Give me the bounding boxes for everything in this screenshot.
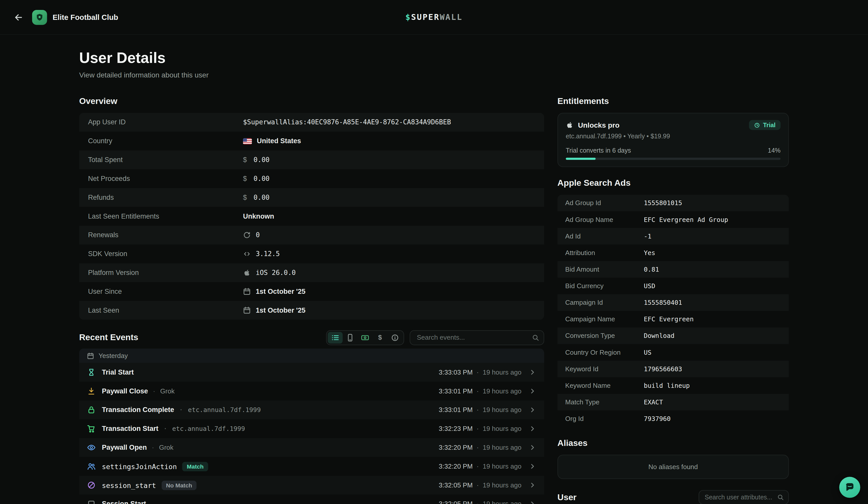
user-details-page: Elite Football Club $SUPERWALL User Deta… xyxy=(0,0,868,504)
chevron-right-icon xyxy=(529,425,536,432)
recent-events-heading: Recent Events xyxy=(79,333,138,343)
calendar-icon xyxy=(87,352,94,359)
filter-revenue-events-button[interactable]: $ xyxy=(373,332,388,343)
aliases-heading: Aliases xyxy=(557,438,789,448)
filter-device-events-button[interactable] xyxy=(343,332,358,343)
chevron-right-icon xyxy=(529,462,536,470)
back-button[interactable] xyxy=(11,10,25,24)
search-icon xyxy=(777,494,784,501)
search-icon xyxy=(532,334,539,341)
recent-events-header: Recent Events xyxy=(79,330,544,345)
event-row-trial-start[interactable]: Trial Start 3:33:03 PM 19 hours ago xyxy=(79,363,544,382)
events-group-header: Yesterday xyxy=(79,349,544,363)
banknote-icon xyxy=(361,333,369,342)
event-row-session-start-custom[interactable]: session_start No Match 3:32:05 PM 19 hou… xyxy=(79,476,544,495)
aliases-empty-card: No aliases found xyxy=(557,454,789,479)
club-crest-icon xyxy=(32,10,47,25)
match-badge: Match xyxy=(182,462,208,471)
overview-row-platform-version: Platform Version iOS 26.0.0 xyxy=(79,263,544,282)
chat-bubble-icon xyxy=(844,482,855,493)
trial-percent: 14% xyxy=(768,147,781,154)
circle-slash-icon xyxy=(87,481,96,490)
overview-section: Overview App User ID $SuperwallAlias:40E… xyxy=(79,96,544,504)
users-icon xyxy=(87,462,96,471)
entitlement-name: Unlocks pro xyxy=(578,121,619,129)
event-row-settings-join-action[interactable]: settingsJoinAction Match 3:32:20 PM 19 h… xyxy=(79,457,544,476)
cart-icon xyxy=(87,424,96,433)
chevron-right-icon xyxy=(529,387,536,395)
ads-table-row: Keyword Id 1796566603 xyxy=(557,360,789,377)
user-heading: User xyxy=(557,492,577,502)
calendar-icon xyxy=(243,306,251,314)
no-aliases-text: No aliases found xyxy=(649,463,698,471)
filter-all-events-button[interactable] xyxy=(328,332,343,343)
overview-heading: Overview xyxy=(79,96,544,106)
entitlement-card: Unlocks pro Trial etc.annual.7df.1999 • … xyxy=(557,113,789,167)
apple-icon xyxy=(243,269,251,276)
trial-converts-text: Trial converts in 6 days xyxy=(566,147,631,154)
app-breadcrumb: Elite Football Club xyxy=(32,10,118,25)
ads-table-row: Conversion Type Download xyxy=(557,327,789,344)
arrow-left-icon xyxy=(13,12,23,22)
overview-row-total-spent: Total Spent $0.00 xyxy=(79,150,544,169)
no-match-badge: No Match xyxy=(162,480,197,490)
dollar-icon: $ xyxy=(378,334,382,341)
overview-row-country: Country United States xyxy=(79,132,544,150)
ads-table-row: Match Type EXACT xyxy=(557,394,789,410)
apple-search-ads-heading: Apple Search Ads xyxy=(557,178,789,188)
overview-row-user-since: User Since 1st October '25 xyxy=(79,282,544,301)
ads-table-row: Campaign Name EFC Evergreen xyxy=(557,311,789,327)
ads-table-row: Bid Amount 0.81 xyxy=(557,261,789,278)
events-search-input[interactable] xyxy=(410,330,544,345)
page-subtitle: View detailed information about this use… xyxy=(79,71,789,79)
logo-dollar: $ xyxy=(405,13,411,22)
list-icon xyxy=(331,333,339,342)
overview-row-app-user-id: App User ID $SuperwallAlias:40EC9876-A85… xyxy=(79,113,544,132)
overview-row-net-proceeds: Net Proceeds $0.00 xyxy=(79,169,544,188)
apple-search-ads-table: Ad Group Id 1555801015 Ad Group Name EFC… xyxy=(557,195,789,427)
chevron-right-icon xyxy=(529,444,536,451)
user-attributes-search-input[interactable] xyxy=(699,490,789,504)
event-row-transaction-complete[interactable]: Transaction Complete etc.annual.7df.1999… xyxy=(79,401,544,419)
dollar-icon: $ xyxy=(243,175,249,182)
main-content: User Details View detailed information a… xyxy=(79,35,789,504)
chat-widget-button[interactable] xyxy=(839,477,860,497)
overview-row-last-seen: Last Seen 1st October '25 xyxy=(79,301,544,320)
event-row-paywall-open[interactable]: Paywall Open Grok 3:32:20 PM 19 hours ag… xyxy=(79,438,544,457)
overview-table: App User ID $SuperwallAlias:40EC9876-A85… xyxy=(79,113,544,320)
overview-row-refunds: Refunds $0.00 xyxy=(79,188,544,207)
ads-table-row: Attribution Yes xyxy=(557,245,789,261)
lock-icon xyxy=(87,406,96,414)
event-filter-toolbar: $ xyxy=(326,330,404,345)
trial-badge: Trial xyxy=(749,120,781,130)
trial-progress-bar xyxy=(566,158,781,160)
ads-table-row: Ad Id -1 xyxy=(557,228,789,244)
details-sidebar: Entitlements Unlocks pro Trial etc.annua… xyxy=(557,96,789,504)
ads-table-row: Org Id 7937960 xyxy=(557,410,789,427)
dollar-icon: $ xyxy=(243,156,249,164)
page-title: User Details xyxy=(79,50,789,67)
event-row-paywall-close[interactable]: Paywall Close Grok 3:33:01 PM 19 hours a… xyxy=(79,382,544,401)
user-section-header: User xyxy=(557,490,789,504)
filter-transaction-events-button[interactable] xyxy=(358,332,373,343)
paywall-close-icon xyxy=(87,387,96,396)
square-icon xyxy=(87,500,96,504)
app-name: Elite Football Club xyxy=(53,13,118,21)
dollar-icon: $ xyxy=(243,194,249,201)
entitlement-details: etc.annual.7df.1999 • Yearly • $19.99 xyxy=(566,133,781,139)
code-icon xyxy=(243,250,251,258)
ads-table-row: Campaign Id 1555850401 xyxy=(557,294,789,311)
ads-table-row: Keyword Name build lineup xyxy=(557,377,789,394)
ads-table-row: Country Or Region US xyxy=(557,344,789,360)
ads-table-row: Ad Group Name EFC Evergreen Ad Group xyxy=(557,211,789,228)
hourglass-icon xyxy=(87,368,96,377)
eye-icon xyxy=(87,443,96,452)
chevron-right-icon xyxy=(529,481,536,489)
event-row-transaction-start[interactable]: Transaction Start etc.annual.7df.1999 3:… xyxy=(79,419,544,438)
entitlements-heading: Entitlements xyxy=(557,96,789,106)
calendar-icon xyxy=(243,288,251,295)
us-flag-icon xyxy=(243,138,252,144)
event-row-session-start[interactable]: Session Start 3:32:05 PM 19 hours ago xyxy=(79,495,544,504)
phone-icon xyxy=(346,333,354,342)
filter-info-events-button[interactable] xyxy=(388,332,403,343)
